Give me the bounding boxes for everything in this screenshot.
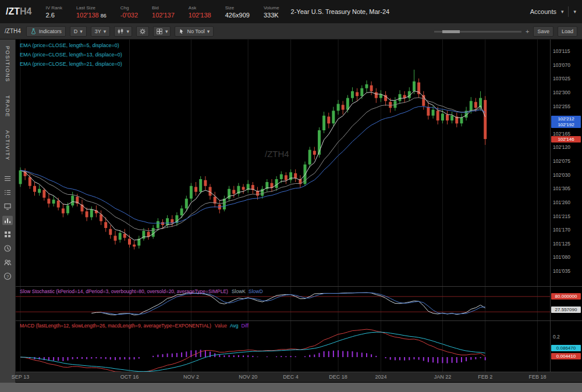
gear-icon [139, 28, 146, 35]
trading-app-window: /ZTH4 IV Rank 2.6 Last Size 102'138 86 C… [0, 0, 582, 392]
apps-icon[interactable] [2, 230, 13, 239]
range-dropdown[interactable]: 3Y ▾ [91, 26, 111, 37]
zoom-slider-handle[interactable] [442, 30, 460, 33]
slowd-legend: SlowD [249, 288, 263, 294]
candle-body [432, 110, 435, 116]
ema13-legend[interactable]: EMA (price=CLOSE, length=13, displace=0) [20, 52, 122, 58]
macd-histogram-bar [395, 357, 396, 360]
panel-divider[interactable] [16, 286, 582, 287]
candle-body [42, 190, 45, 198]
monitor-icon[interactable] [2, 202, 13, 211]
macd-axis-label: 0.2 [553, 334, 560, 340]
candle-body [33, 186, 36, 192]
chart-settings-button[interactable] [136, 26, 149, 37]
last-size: 86 [101, 13, 107, 19]
candle-body [57, 201, 60, 208]
accounts-menu[interactable]: Accounts [530, 8, 556, 15]
price-axis[interactable]: 103'115103'070103'025102'300102'255102'2… [550, 40, 582, 372]
candle-body [128, 239, 131, 245]
price-axis-label: 102'075 [553, 158, 570, 164]
ema5-legend[interactable]: EMA (price=CLOSE, length=5, displace=0) [20, 42, 122, 48]
price-axis-label: 101'125 [553, 241, 570, 247]
help-icon[interactable]: ? [2, 272, 13, 281]
macd-histogram-bar [414, 357, 415, 359]
quote-stats: IV Rank 2.6 Last Size 102'138 86 Chg -0'… [45, 5, 279, 19]
candle-body [242, 187, 245, 190]
candle-body [275, 179, 278, 188]
chevron-down-icon: ▾ [165, 28, 168, 34]
candle-body [370, 85, 373, 91]
ema21-legend[interactable]: EMA (price=CLOSE, length=21, displace=0) [20, 61, 122, 67]
change-value: -0'032 [120, 12, 138, 19]
time-axis[interactable]: SEP 13OCT 16NOV 2NOV 20DEC 4DEC 182024JA… [16, 372, 582, 382]
candle-body [104, 222, 107, 228]
chevron-down-icon[interactable]: ▾ [561, 9, 564, 15]
chart-grid-dropdown[interactable]: ▾ [153, 26, 171, 37]
bottom-bar [0, 383, 582, 392]
macd-histogram-bar [205, 350, 206, 357]
macd-histogram-bar [77, 357, 78, 359]
macd-histogram-bar [167, 354, 168, 357]
stat-ask: Ask 102'138 [189, 5, 211, 19]
macd-histogram-bar [461, 357, 462, 362]
chart-type-dropdown[interactable]: ▾ [114, 26, 132, 37]
macd-histogram-bar [328, 351, 329, 357]
macd-histogram-bar [404, 357, 405, 361]
candle-body [209, 187, 212, 195]
price-axis-label: 101'035 [553, 268, 570, 274]
watchlist-icon[interactable] [2, 188, 13, 197]
macd-histogram-bar [442, 357, 443, 363]
load-button[interactable]: Load [558, 26, 577, 37]
macd-histogram-bar [172, 354, 173, 357]
menu-icon[interactable] [2, 174, 13, 183]
stochastic-panel[interactable]: Slow Stochastic (kPeriod=14, dPeriod=3, … [16, 287, 550, 320]
macd-histogram-bar [423, 357, 424, 361]
macd-histogram-bar [314, 355, 315, 357]
clock-icon[interactable] [2, 244, 13, 253]
candle-body [90, 209, 93, 217]
macd-histogram-bar [124, 357, 125, 359]
candlestick-chart-holder[interactable] [16, 40, 550, 286]
save-button[interactable]: Save [533, 26, 553, 37]
chart-icon[interactable] [2, 216, 13, 225]
sidebar-tab-trade[interactable]: TRADE [5, 95, 10, 117]
drawing-tool-dropdown[interactable]: No Tool ▾ [175, 26, 214, 37]
chevron-down-icon[interactable]: ▾ [573, 9, 576, 15]
macd-histogram-bar [162, 354, 164, 357]
macd-histogram-bar [72, 357, 73, 359]
macd-histogram-bar [428, 357, 429, 362]
price-panel[interactable]: /ZTH4 EMA (price=CLOSE, length=5, displa… [16, 40, 550, 286]
symbol-root: /ZT [6, 6, 20, 16]
macd-histogram-bar [58, 357, 59, 361]
sidebar-tab-positions[interactable]: POSITIONS [5, 46, 10, 83]
candle-body [19, 170, 22, 184]
price-axis-label: 102'030 [553, 172, 570, 178]
macd-panel[interactable]: MACD (fastLength=12, slowLength=26, macd… [16, 321, 550, 372]
candlestick-chart[interactable] [16, 40, 550, 286]
indicators-button[interactable]: Indicators [26, 26, 66, 37]
zoom-slider[interactable] [434, 26, 521, 37]
time-axis-label: SEP 13 [12, 374, 29, 380]
zoom-in-button[interactable]: + [526, 28, 529, 35]
chevron-down-icon: ▾ [126, 28, 129, 34]
sidebar-tab-activity[interactable]: ACTIVITY [5, 130, 10, 161]
candle-body [413, 81, 416, 91]
users-icon[interactable] [2, 258, 13, 267]
candle-body [474, 102, 477, 108]
candle-body [294, 173, 297, 178]
macd-histogram-bar [342, 351, 343, 358]
time-axis-label: FEB 2 [478, 374, 492, 380]
panel-divider[interactable] [16, 320, 582, 321]
candle-body [190, 186, 193, 199]
macd-histogram-bar [152, 356, 154, 357]
time-axis-label: DEC 18 [329, 374, 347, 380]
macd-chart[interactable] [16, 321, 550, 372]
timeframe-dropdown[interactable]: D ▾ [70, 26, 87, 37]
candle-body [114, 236, 117, 240]
candle-body [332, 111, 335, 123]
stoch-axis-badge: 27.557090 [551, 307, 581, 313]
macd-chart-holder[interactable] [16, 321, 550, 372]
candle-body [29, 177, 31, 186]
stochastic-label: Slow Stochastic (kPeriod=14, dPeriod=3, … [20, 288, 263, 294]
macd-histogram-bar [333, 351, 334, 357]
